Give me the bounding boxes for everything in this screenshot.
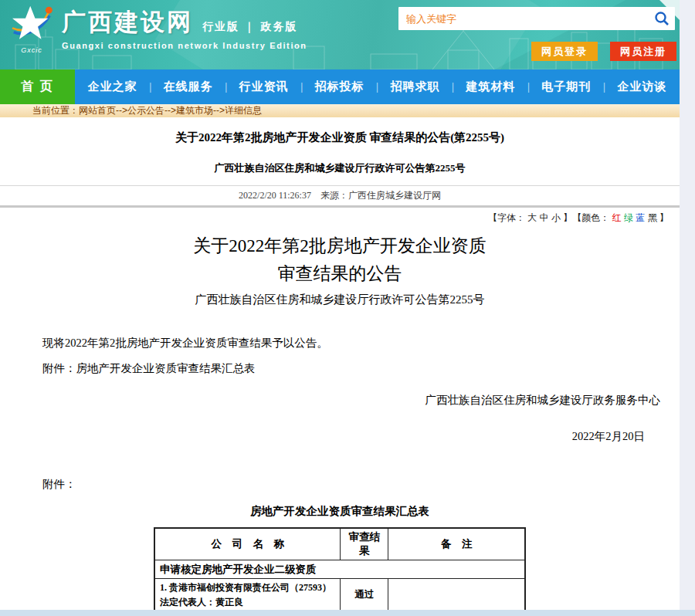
nav-item[interactable]: 企业访谈: [617, 80, 666, 94]
search-box: [398, 7, 675, 30]
page-subtitle: 广西壮族自治区住房和城乡建设厅行政许可公告第2255号: [0, 161, 680, 175]
nav-item-home[interactable]: 首 页: [0, 69, 75, 104]
nav-item[interactable]: 招标投标: [314, 80, 364, 94]
member-login-button[interactable]: 网员登录: [531, 42, 598, 61]
content-area: 关于2022年第2批房地产开发企业资质 审查结果的公告(第2255号) 广西壮族…: [0, 117, 680, 616]
signer-line: 广西壮族自治区住房和城乡建设厅政务服务中心: [0, 393, 660, 408]
page-title: 关于2022年第2批房地产开发企业资质 审查结果的公告(第2255号): [0, 117, 680, 145]
attachment-label: 附件：: [42, 477, 680, 492]
col-header-note: 备 注: [388, 528, 525, 560]
nav-separator: ｜: [524, 80, 534, 94]
controls-suffix: 】: [659, 212, 669, 223]
legal-rep: 法定代表人：黄正良: [160, 595, 335, 610]
brand-block: 广西建设网 行业版 ｜ 政务版 Guangxi construction net…: [62, 6, 307, 50]
search-icon: [654, 11, 670, 26]
article-meta: 2022/2/20 11:26:37 来源：广西住房城乡建设厅网: [0, 185, 680, 208]
bottom-strip: [0, 610, 695, 616]
article-title-line1: 关于2022年第2批房地产开发企业资质: [0, 232, 680, 260]
nav-separator: ｜: [599, 80, 609, 94]
nav-item[interactable]: 招聘求职: [390, 80, 439, 94]
site-subtitle: Guangxi construction network Industry Ed…: [62, 41, 307, 50]
table-row: 1. 贵港市福创投资有限责任公司（27593） 法定代表人：黄正良 通过: [154, 579, 525, 611]
table-header-row: 公 司 名 称 审查结果 备 注: [154, 528, 525, 560]
site-logo[interactable]: Gxcic: [8, 5, 56, 54]
article-title-line2: 审查结果的公告: [0, 260, 680, 288]
nav-separator: ｜: [145, 80, 155, 94]
nav-item[interactable]: 电子期刊: [541, 80, 591, 94]
note-cell: [388, 579, 525, 611]
nav-items: 企业之家 ｜ 在线服务 ｜ 行业资讯 ｜ 招标投标 ｜ 招聘求职 ｜ 建筑材料 …: [75, 69, 680, 104]
attachment-line: 附件：房地产开发企业资质审查结果汇总表: [42, 361, 680, 376]
color-option-red[interactable]: 红: [612, 212, 622, 223]
page: Gxcic 广西建设网 行业版 ｜ 政务版 Guangxi constructi…: [0, 0, 680, 616]
edition-links[interactable]: 行业版 ｜ 政务版: [202, 20, 298, 34]
table-title: 房地产开发企业资质审查结果汇总表: [0, 504, 680, 519]
view-controls: 【字体： 大 中 小 】【颜色： 红 绿 蓝 黑 】: [0, 208, 680, 225]
company-cell: 1. 贵港市福创投资有限责任公司（27593） 法定代表人：黄正良: [154, 579, 341, 611]
font-size-label: 【字体：: [488, 212, 525, 223]
nav-item[interactable]: 建筑材料: [466, 80, 515, 94]
article-body: 关于2022年第2批房地产开发企业资质 审查结果的公告 广西壮族自治区住房和城乡…: [0, 232, 680, 616]
nav-item[interactable]: 企业之家: [88, 80, 137, 94]
color-option-green[interactable]: 绿: [624, 212, 633, 223]
nav-separator: ｜: [372, 80, 382, 94]
site-header: Gxcic 广西建设网 行业版 ｜ 政务版 Guangxi constructi…: [0, 0, 680, 69]
font-size-large[interactable]: 大: [527, 212, 537, 223]
company-name: 1. 贵港市福创投资有限责任公司（27593）: [160, 580, 335, 595]
search-button[interactable]: [649, 7, 675, 30]
member-buttons: 网员登录 网员注册: [531, 42, 676, 61]
result-table: 公 司 名 称 审查结果 备 注 申请核定房地产开发企业二级资质 1. 贵港市福…: [154, 527, 526, 616]
article-paragraph: 现将2022年第2批房地产开发企业资质审查结果予以公告。: [42, 336, 680, 350]
font-size-medium[interactable]: 中: [540, 212, 549, 223]
star-logo-icon: [9, 5, 54, 43]
result-table-wrap: 公 司 名 称 审查结果 备 注 申请核定房地产开发企业二级资质 1. 贵港市福…: [154, 527, 526, 616]
table-section-row: 申请核定房地产开发企业二级资质: [154, 560, 525, 579]
breadcrumb: 当前位置：网站首页-->公示公告-->建筑市场-->详细信息: [0, 104, 680, 117]
main-nav: 首 页 企业之家 ｜ 在线服务 ｜ 行业资讯 ｜ 招标投标 ｜ 招聘求职 ｜ 建…: [0, 69, 680, 104]
result-cell: 通过: [341, 579, 388, 611]
color-option-black[interactable]: 黑: [648, 212, 657, 223]
search-input[interactable]: [398, 13, 649, 25]
col-header-result: 审查结果: [341, 528, 388, 560]
col-header-company: 公 司 名 称: [154, 528, 341, 560]
nav-separator: ｜: [221, 80, 231, 94]
article-doc-number: 广西壮族自治区住房和城乡建设厅行政许可公告第2255号: [0, 293, 680, 307]
color-option-blue[interactable]: 蓝: [636, 212, 645, 223]
logo-caption: Gxcic: [8, 46, 56, 54]
nav-separator: ｜: [448, 80, 458, 94]
article-title: 关于2022年第2批房地产开发企业资质 审查结果的公告: [0, 232, 680, 287]
site-name[interactable]: 广西建设网: [62, 6, 193, 39]
color-label: 】【颜色：: [563, 212, 609, 223]
member-register-button[interactable]: 网员注册: [610, 42, 676, 61]
font-size-small[interactable]: 小: [551, 212, 561, 223]
sign-date: 2022年2月20日: [0, 429, 645, 444]
nav-item[interactable]: 在线服务: [164, 80, 213, 94]
nav-item[interactable]: 行业资讯: [239, 80, 289, 94]
nav-separator: ｜: [297, 80, 307, 94]
section-label: 申请核定房地产开发企业二级资质: [154, 560, 525, 579]
